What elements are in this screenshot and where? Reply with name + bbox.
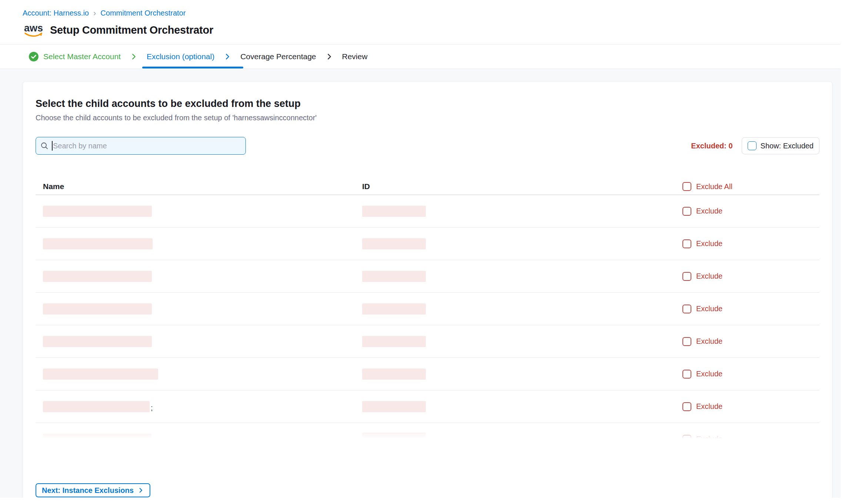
account-rows: Exclude Exclude Exclude — [36, 195, 819, 441]
breadcrumb-link-account[interactable]: Account: Harness.io — [23, 9, 89, 17]
exclude-all-label: Exclude All — [696, 182, 732, 191]
page-title: Setup Commitment Orchestrator — [50, 24, 213, 36]
exclude-checkbox[interactable] — [682, 272, 691, 281]
exclude-label: Exclude — [696, 402, 722, 411]
show-excluded-label: Show: Excluded — [761, 142, 814, 150]
exclude-checkbox[interactable] — [682, 370, 691, 379]
content-card: Select the child accounts to be excluded… — [23, 81, 832, 498]
exclude-label: Exclude — [696, 337, 722, 346]
exclude-label: Exclude — [696, 239, 722, 248]
exclude-label: Exclude — [696, 370, 722, 378]
text-caret — [52, 141, 53, 151]
exclude-label: Exclude — [696, 305, 722, 313]
name-redaction-bar — [43, 206, 152, 217]
exclude-checkbox[interactable] — [682, 402, 691, 411]
table-row: Exclude — [36, 195, 819, 228]
id-redaction-bar — [362, 271, 426, 282]
table-row: ; Exclude — [36, 390, 819, 423]
exclude-all-checkbox[interactable] — [682, 182, 691, 191]
chevron-right-icon — [223, 53, 231, 61]
step-label: Select Master Account — [43, 52, 121, 61]
id-redaction-bar — [362, 336, 426, 347]
svg-text:aws: aws — [24, 23, 43, 34]
name-redaction-bar — [43, 336, 152, 347]
chevron-right-icon — [325, 53, 333, 61]
step-label: Coverage Percentage — [240, 52, 316, 61]
exclude-label: Exclude — [696, 435, 722, 441]
show-excluded-toggle[interactable]: Show: Excluded — [742, 137, 819, 154]
exclude-label: Exclude — [696, 207, 722, 215]
account-list: Exclude Exclude Exclude — [36, 195, 819, 441]
exclude-checkbox[interactable] — [682, 305, 691, 313]
excluded-counter: Excluded: 0 — [691, 142, 732, 150]
wizard-stepper: Select Master Account Exclusion (optiona… — [0, 44, 841, 69]
name-redaction-bar — [43, 238, 153, 249]
table-row: Exclude — [36, 260, 819, 293]
page-header: Account: Harness.io › Commitment Orchest… — [0, 0, 841, 44]
table-row: Exclude — [36, 228, 819, 260]
search-field — [36, 137, 246, 155]
step-select-master-account[interactable]: Select Master Account — [29, 52, 121, 61]
name-redaction-bar — [43, 303, 152, 315]
table-row: Exclude — [36, 325, 819, 358]
breadcrumb-link-commitment-orchestrator[interactable]: Commitment Orchestrator — [100, 9, 186, 17]
column-header-id: ID — [355, 182, 675, 191]
step-coverage-percentage[interactable]: Coverage Percentage — [240, 52, 316, 61]
name-redaction-bar — [43, 401, 150, 412]
name-trailing-text: ; — [151, 404, 153, 412]
id-redaction-bar — [362, 303, 426, 315]
exclude-checkbox[interactable] — [682, 435, 691, 441]
breadcrumb-separator-icon: › — [93, 9, 96, 17]
step-review[interactable]: Review — [342, 52, 368, 61]
id-redaction-bar — [362, 433, 426, 441]
column-header-name: Name — [36, 182, 355, 191]
aws-logo-icon: aws — [23, 22, 44, 38]
section-heading: Select the child accounts to be excluded… — [36, 97, 819, 110]
breadcrumb: Account: Harness.io › Commitment Orchest… — [23, 9, 841, 17]
step-label: Review — [342, 52, 368, 61]
check-circle-icon — [29, 52, 39, 61]
app-window: Account: Harness.io › Commitment Orchest… — [0, 0, 841, 498]
chevron-right-icon — [137, 487, 144, 494]
table-row: Exclude — [36, 293, 819, 325]
page-body: Select the child accounts to be excluded… — [0, 69, 841, 498]
step-label: Exclusion (optional) — [147, 52, 214, 61]
step-exclusion-optional[interactable]: Exclusion (optional) — [147, 52, 214, 61]
name-redaction-bar — [43, 434, 151, 441]
table-header: Name ID Exclude All — [36, 178, 819, 195]
name-redaction-bar — [43, 271, 152, 282]
search-icon — [40, 142, 49, 150]
table-row: Exclude — [36, 423, 819, 441]
exclude-checkbox[interactable] — [682, 239, 691, 248]
exclude-checkbox[interactable] — [682, 337, 691, 346]
id-redaction-bar — [362, 369, 426, 380]
toolbar: Excluded: 0 Show: Excluded — [36, 137, 819, 155]
show-excluded-checkbox[interactable] — [748, 141, 757, 150]
id-redaction-bar — [362, 206, 426, 217]
table-row: Exclude — [36, 358, 819, 390]
name-redaction-bar — [43, 369, 158, 380]
search-input[interactable] — [36, 137, 246, 155]
chevron-right-icon — [130, 53, 138, 61]
id-redaction-bar — [362, 401, 426, 412]
section-subheading: Choose the child accounts to be excluded… — [36, 113, 819, 122]
id-redaction-bar — [362, 238, 426, 249]
exclude-checkbox[interactable] — [682, 207, 691, 216]
exclude-label: Exclude — [696, 272, 722, 280]
next-button-label: Next: Instance Exclusions — [42, 486, 134, 495]
next-button[interactable]: Next: Instance Exclusions — [36, 483, 150, 497]
